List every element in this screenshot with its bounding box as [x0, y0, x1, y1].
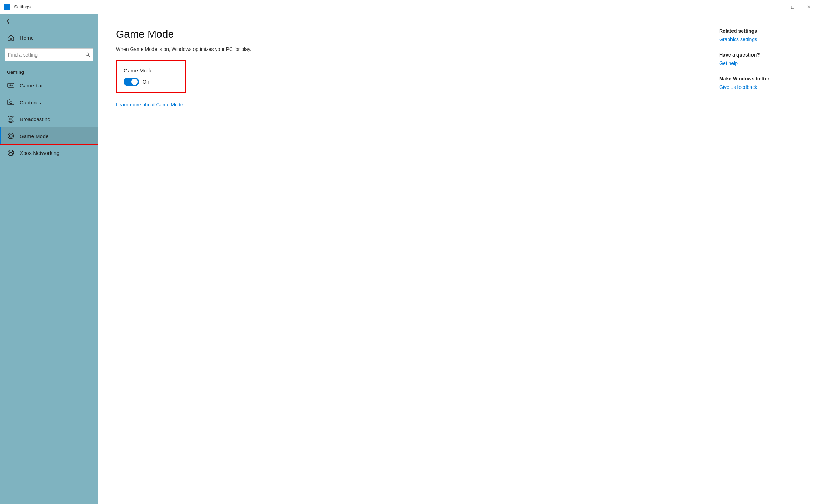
svg-rect-12 [10, 99, 12, 100]
xbox-networking-icon [7, 149, 15, 157]
svg-rect-11 [8, 100, 14, 105]
svg-point-14 [10, 118, 12, 120]
close-button[interactable]: ✕ [801, 0, 817, 14]
svg-point-9 [12, 85, 13, 85]
learn-more-link[interactable]: Learn more about Game Mode [116, 102, 183, 107]
sidebar-item-captures[interactable]: Captures [0, 94, 98, 111]
back-button[interactable] [0, 14, 98, 29]
sidebar-item-game-mode[interactable]: Game Mode [0, 127, 98, 144]
sidebar-item-label: Broadcasting [20, 116, 51, 122]
svg-rect-3 [7, 7, 10, 10]
game-bar-icon [7, 81, 15, 89]
graphics-settings-link[interactable]: Graphics settings [719, 37, 803, 42]
content-area: Game Mode When Game Mode is on, Windows … [98, 14, 821, 504]
home-icon [7, 34, 15, 41]
have-question-title: Have a question? [719, 52, 803, 58]
svg-rect-0 [4, 4, 7, 7]
title-bar-left: Settings [4, 4, 768, 10]
sidebar-item-xbox-networking[interactable]: Xbox Networking [0, 144, 98, 161]
title-bar: Settings − □ ✕ [0, 0, 821, 14]
minimize-button[interactable]: − [768, 0, 784, 14]
sidebar-item-label: Xbox Networking [20, 150, 59, 156]
game-mode-icon [7, 132, 15, 140]
page-description: When Game Mode is on, Windows optimizes … [116, 46, 698, 52]
maximize-button[interactable]: □ [784, 0, 801, 14]
svg-point-4 [86, 53, 89, 56]
svg-rect-1 [7, 4, 10, 7]
toggle-thumb [131, 79, 138, 85]
toggle-row: On [124, 78, 178, 86]
related-settings-title: Related settings [719, 28, 803, 34]
title-bar-controls: − □ ✕ [768, 0, 817, 14]
sidebar-item-game-bar[interactable]: Game bar [0, 77, 98, 94]
make-windows-better-title: Make Windows better [719, 76, 803, 81]
toggle-state-label: On [143, 79, 149, 85]
svg-rect-2 [4, 7, 7, 10]
search-box[interactable] [5, 48, 93, 61]
title-bar-title: Settings [14, 4, 31, 9]
page-title: Game Mode [116, 28, 698, 40]
main-layout: Home Gaming Game bar [0, 14, 821, 504]
search-input[interactable] [8, 52, 83, 58]
content-sidebar: Related settings Graphics settings Have … [719, 28, 803, 490]
captures-icon [7, 98, 15, 106]
game-mode-toggle[interactable] [124, 78, 139, 86]
svg-line-5 [88, 55, 90, 57]
home-label: Home [20, 35, 34, 41]
sidebar-item-home[interactable]: Home [0, 29, 98, 46]
broadcasting-icon [7, 115, 15, 123]
sidebar-item-label: Game Mode [20, 133, 49, 139]
svg-point-10 [12, 85, 13, 86]
sidebar-item-label: Captures [20, 99, 41, 105]
make-windows-better-section: Make Windows better Give us feedback [719, 76, 803, 90]
windows-icon [4, 4, 10, 10]
back-arrow-icon [6, 19, 11, 24]
get-help-link[interactable]: Get help [719, 60, 803, 66]
sidebar: Home Gaming Game bar [0, 14, 98, 504]
give-feedback-link[interactable]: Give us feedback [719, 84, 803, 90]
svg-point-13 [10, 102, 12, 104]
content-main: Game Mode When Game Mode is on, Windows … [116, 28, 698, 490]
search-icon [85, 52, 90, 57]
toggle-box-label: Game Mode [124, 67, 178, 73]
svg-point-17 [11, 136, 12, 137]
sidebar-item-game-mode-wrapper: Game Mode [0, 127, 98, 144]
game-mode-toggle-box: Game Mode On [116, 60, 186, 93]
section-label: Gaming [0, 66, 98, 77]
related-settings-section: Related settings Graphics settings [719, 28, 803, 42]
have-question-section: Have a question? Get help [719, 52, 803, 66]
sidebar-item-broadcasting[interactable]: Broadcasting [0, 111, 98, 127]
sidebar-item-label: Game bar [20, 83, 43, 89]
